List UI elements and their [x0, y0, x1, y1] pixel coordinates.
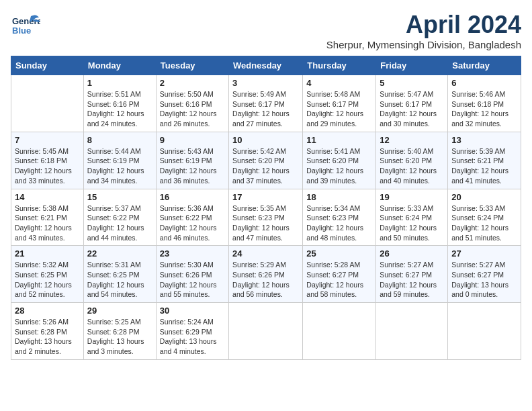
weekday-header-tuesday: Tuesday — [156, 56, 228, 75]
calendar-table: SundayMondayTuesdayWednesdayThursdayFrid… — [11, 56, 521, 360]
day-info: Sunrise: 5:48 AMSunset: 6:17 PMDaylight:… — [306, 89, 372, 129]
day-info: Sunrise: 5:38 AMSunset: 6:21 PMDaylight:… — [15, 203, 80, 243]
day-number: 7 — [15, 135, 80, 145]
weekday-header-saturday: Saturday — [448, 56, 521, 75]
day-info: Sunrise: 5:42 AMSunset: 6:20 PMDaylight:… — [232, 146, 299, 186]
day-number: 18 — [306, 192, 372, 202]
day-number: 11 — [306, 135, 372, 145]
day-number: 23 — [160, 248, 225, 259]
day-cell: 8Sunrise: 5:44 AMSunset: 6:19 PMDaylight… — [83, 132, 156, 189]
day-cell: 7Sunrise: 5:45 AMSunset: 6:18 PMDaylight… — [11, 132, 84, 189]
day-info: Sunrise: 5:35 AMSunset: 6:23 PMDaylight:… — [232, 203, 299, 243]
day-info: Sunrise: 5:41 AMSunset: 6:20 PMDaylight:… — [306, 146, 372, 186]
day-number: 25 — [306, 248, 372, 259]
day-number: 10 — [232, 135, 299, 145]
day-number: 3 — [232, 78, 299, 88]
day-number: 20 — [451, 192, 517, 202]
day-info: Sunrise: 5:31 AMSunset: 6:25 PMDaylight:… — [87, 260, 152, 300]
weekday-header-monday: Monday — [83, 56, 156, 75]
day-info: Sunrise: 5:45 AMSunset: 6:18 PMDaylight:… — [15, 146, 80, 186]
day-number: 2 — [160, 78, 225, 88]
day-info: Sunrise: 5:32 AMSunset: 6:25 PMDaylight:… — [15, 260, 80, 300]
day-cell: 15Sunrise: 5:37 AMSunset: 6:22 PMDayligh… — [83, 189, 156, 246]
day-info: Sunrise: 5:27 AMSunset: 6:27 PMDaylight:… — [380, 260, 444, 300]
day-cell: 4Sunrise: 5:48 AMSunset: 6:17 PMDaylight… — [303, 75, 376, 132]
location-subtitle: Sherpur, Mymensingh Division, Bangladesh — [326, 39, 521, 50]
week-row-5: 28Sunrise: 5:26 AMSunset: 6:28 PMDayligh… — [11, 303, 521, 360]
day-number: 12 — [380, 135, 444, 145]
day-cell: 16Sunrise: 5:36 AMSunset: 6:22 PMDayligh… — [156, 189, 228, 246]
day-info: Sunrise: 5:44 AMSunset: 6:19 PMDaylight:… — [87, 146, 152, 186]
day-info: Sunrise: 5:28 AMSunset: 6:27 PMDaylight:… — [306, 260, 372, 300]
weekday-header-wednesday: Wednesday — [229, 56, 303, 75]
day-number: 5 — [380, 78, 444, 88]
day-cell: 30Sunrise: 5:24 AMSunset: 6:29 PMDayligh… — [156, 303, 228, 360]
day-cell: 12Sunrise: 5:40 AMSunset: 6:20 PMDayligh… — [376, 132, 448, 189]
day-info: Sunrise: 5:43 AMSunset: 6:19 PMDaylight:… — [160, 146, 225, 186]
day-cell: 27Sunrise: 5:27 AMSunset: 6:27 PMDayligh… — [448, 246, 521, 303]
day-cell: 10Sunrise: 5:42 AMSunset: 6:20 PMDayligh… — [229, 132, 303, 189]
day-cell: 21Sunrise: 5:32 AMSunset: 6:25 PMDayligh… — [11, 246, 84, 303]
day-info: Sunrise: 5:50 AMSunset: 6:16 PMDaylight:… — [160, 89, 225, 129]
day-info: Sunrise: 5:24 AMSunset: 6:29 PMDaylight:… — [160, 317, 225, 357]
day-number: 19 — [380, 192, 444, 202]
day-cell: 5Sunrise: 5:47 AMSunset: 6:17 PMDaylight… — [376, 75, 448, 132]
day-cell: 3Sunrise: 5:49 AMSunset: 6:17 PMDaylight… — [229, 75, 303, 132]
day-info: Sunrise: 5:51 AMSunset: 6:16 PMDaylight:… — [87, 89, 152, 129]
day-info: Sunrise: 5:27 AMSunset: 6:27 PMDaylight:… — [451, 260, 517, 300]
svg-text:Blue: Blue — [12, 26, 31, 36]
day-info: Sunrise: 5:25 AMSunset: 6:28 PMDaylight:… — [87, 317, 152, 357]
logo-icon: General Blue — [11, 11, 40, 40]
day-cell — [229, 303, 303, 360]
day-number: 24 — [232, 248, 299, 259]
weekday-header-friday: Friday — [376, 56, 448, 75]
day-cell: 23Sunrise: 5:30 AMSunset: 6:26 PMDayligh… — [156, 246, 228, 303]
day-number: 26 — [380, 248, 444, 259]
day-cell — [376, 303, 448, 360]
day-number: 21 — [15, 248, 80, 259]
day-info: Sunrise: 5:49 AMSunset: 6:17 PMDaylight:… — [232, 89, 299, 129]
day-cell: 29Sunrise: 5:25 AMSunset: 6:28 PMDayligh… — [83, 303, 156, 360]
day-number: 8 — [87, 135, 152, 145]
day-cell: 22Sunrise: 5:31 AMSunset: 6:25 PMDayligh… — [83, 246, 156, 303]
day-info: Sunrise: 5:29 AMSunset: 6:26 PMDaylight:… — [232, 260, 299, 300]
day-cell — [11, 75, 84, 132]
day-cell: 11Sunrise: 5:41 AMSunset: 6:20 PMDayligh… — [303, 132, 376, 189]
week-row-4: 21Sunrise: 5:32 AMSunset: 6:25 PMDayligh… — [11, 246, 521, 303]
day-number: 16 — [160, 192, 225, 202]
day-info: Sunrise: 5:34 AMSunset: 6:23 PMDaylight:… — [306, 203, 372, 243]
day-cell: 24Sunrise: 5:29 AMSunset: 6:26 PMDayligh… — [229, 246, 303, 303]
day-info: Sunrise: 5:33 AMSunset: 6:24 PMDaylight:… — [380, 203, 444, 243]
day-info: Sunrise: 5:33 AMSunset: 6:24 PMDaylight:… — [451, 203, 517, 243]
day-info: Sunrise: 5:26 AMSunset: 6:28 PMDaylight:… — [15, 317, 80, 357]
day-number: 13 — [451, 135, 517, 145]
day-cell: 19Sunrise: 5:33 AMSunset: 6:24 PMDayligh… — [376, 189, 448, 246]
day-info: Sunrise: 5:30 AMSunset: 6:26 PMDaylight:… — [160, 260, 225, 300]
day-cell: 25Sunrise: 5:28 AMSunset: 6:27 PMDayligh… — [303, 246, 376, 303]
day-number: 22 — [87, 248, 152, 259]
day-number: 1 — [87, 78, 152, 88]
day-info: Sunrise: 5:39 AMSunset: 6:21 PMDaylight:… — [451, 146, 517, 186]
day-cell: 9Sunrise: 5:43 AMSunset: 6:19 PMDaylight… — [156, 132, 228, 189]
day-number: 4 — [306, 78, 372, 88]
day-cell: 20Sunrise: 5:33 AMSunset: 6:24 PMDayligh… — [448, 189, 521, 246]
day-cell: 1Sunrise: 5:51 AMSunset: 6:16 PMDaylight… — [83, 75, 156, 132]
day-number: 29 — [87, 306, 152, 316]
day-info: Sunrise: 5:47 AMSunset: 6:17 PMDaylight:… — [380, 89, 444, 129]
day-info: Sunrise: 5:37 AMSunset: 6:22 PMDaylight:… — [87, 203, 152, 243]
logo: General Blue — [11, 11, 40, 40]
weekday-header-thursday: Thursday — [303, 56, 376, 75]
week-row-3: 14Sunrise: 5:38 AMSunset: 6:21 PMDayligh… — [11, 189, 521, 246]
day-number: 30 — [160, 306, 225, 316]
day-number: 9 — [160, 135, 225, 145]
day-cell: 6Sunrise: 5:46 AMSunset: 6:18 PMDaylight… — [448, 75, 521, 132]
day-cell: 28Sunrise: 5:26 AMSunset: 6:28 PMDayligh… — [11, 303, 84, 360]
day-info: Sunrise: 5:46 AMSunset: 6:18 PMDaylight:… — [451, 89, 517, 129]
day-cell — [303, 303, 376, 360]
day-number: 6 — [451, 78, 517, 88]
page-header: General Blue April 2024 Sherpur, Mymensi… — [11, 11, 521, 50]
day-number: 27 — [451, 248, 517, 259]
day-cell: 18Sunrise: 5:34 AMSunset: 6:23 PMDayligh… — [303, 189, 376, 246]
day-cell: 17Sunrise: 5:35 AMSunset: 6:23 PMDayligh… — [229, 189, 303, 246]
weekday-header-row: SundayMondayTuesdayWednesdayThursdayFrid… — [11, 56, 521, 75]
